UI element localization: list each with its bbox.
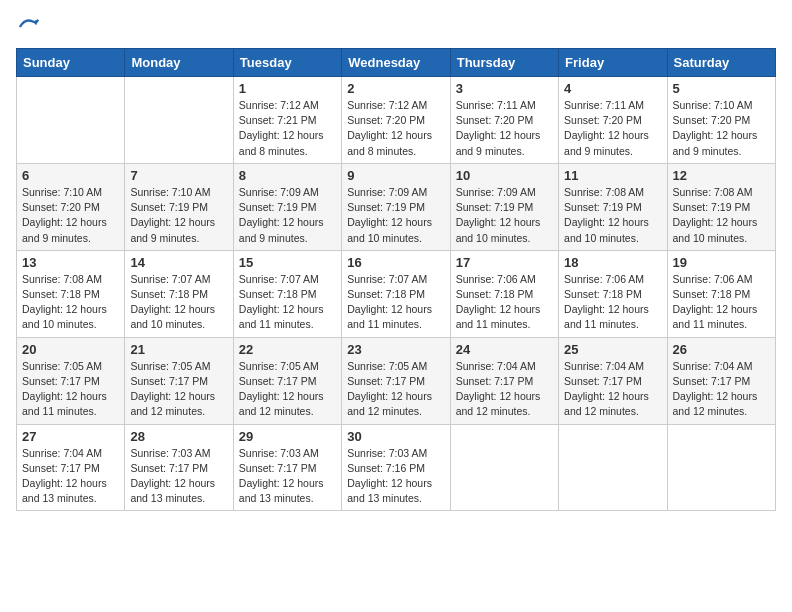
day-info: Sunrise: 7:11 AM Sunset: 7:20 PM Dayligh… — [564, 98, 661, 159]
calendar-cell: 19Sunrise: 7:06 AM Sunset: 7:18 PM Dayli… — [667, 250, 775, 337]
day-number: 21 — [130, 342, 227, 357]
week-row-3: 13Sunrise: 7:08 AM Sunset: 7:18 PM Dayli… — [17, 250, 776, 337]
col-header-sunday: Sunday — [17, 49, 125, 77]
day-number: 28 — [130, 429, 227, 444]
calendar-cell: 13Sunrise: 7:08 AM Sunset: 7:18 PM Dayli… — [17, 250, 125, 337]
logo — [16, 16, 40, 38]
day-info: Sunrise: 7:06 AM Sunset: 7:18 PM Dayligh… — [564, 272, 661, 333]
calendar-cell: 29Sunrise: 7:03 AM Sunset: 7:17 PM Dayli… — [233, 424, 341, 511]
calendar-cell: 16Sunrise: 7:07 AM Sunset: 7:18 PM Dayli… — [342, 250, 450, 337]
day-info: Sunrise: 7:11 AM Sunset: 7:20 PM Dayligh… — [456, 98, 553, 159]
day-info: Sunrise: 7:05 AM Sunset: 7:17 PM Dayligh… — [347, 359, 444, 420]
day-info: Sunrise: 7:09 AM Sunset: 7:19 PM Dayligh… — [239, 185, 336, 246]
day-number: 17 — [456, 255, 553, 270]
calendar-table: SundayMondayTuesdayWednesdayThursdayFrid… — [16, 48, 776, 511]
day-info: Sunrise: 7:05 AM Sunset: 7:17 PM Dayligh… — [22, 359, 119, 420]
day-info: Sunrise: 7:10 AM Sunset: 7:20 PM Dayligh… — [673, 98, 770, 159]
calendar-cell — [125, 77, 233, 164]
calendar-cell: 1Sunrise: 7:12 AM Sunset: 7:21 PM Daylig… — [233, 77, 341, 164]
col-header-thursday: Thursday — [450, 49, 558, 77]
calendar-cell: 2Sunrise: 7:12 AM Sunset: 7:20 PM Daylig… — [342, 77, 450, 164]
calendar-cell: 14Sunrise: 7:07 AM Sunset: 7:18 PM Dayli… — [125, 250, 233, 337]
day-number: 12 — [673, 168, 770, 183]
day-number: 2 — [347, 81, 444, 96]
week-row-1: 1Sunrise: 7:12 AM Sunset: 7:21 PM Daylig… — [17, 77, 776, 164]
calendar-cell: 22Sunrise: 7:05 AM Sunset: 7:17 PM Dayli… — [233, 337, 341, 424]
calendar-cell: 15Sunrise: 7:07 AM Sunset: 7:18 PM Dayli… — [233, 250, 341, 337]
col-header-monday: Monday — [125, 49, 233, 77]
calendar-cell: 26Sunrise: 7:04 AM Sunset: 7:17 PM Dayli… — [667, 337, 775, 424]
calendar-cell: 6Sunrise: 7:10 AM Sunset: 7:20 PM Daylig… — [17, 163, 125, 250]
day-info: Sunrise: 7:04 AM Sunset: 7:17 PM Dayligh… — [22, 446, 119, 507]
day-number: 19 — [673, 255, 770, 270]
calendar-cell: 24Sunrise: 7:04 AM Sunset: 7:17 PM Dayli… — [450, 337, 558, 424]
day-number: 7 — [130, 168, 227, 183]
day-info: Sunrise: 7:12 AM Sunset: 7:21 PM Dayligh… — [239, 98, 336, 159]
calendar-cell: 20Sunrise: 7:05 AM Sunset: 7:17 PM Dayli… — [17, 337, 125, 424]
day-number: 4 — [564, 81, 661, 96]
calendar-cell — [450, 424, 558, 511]
day-number: 29 — [239, 429, 336, 444]
calendar-cell: 28Sunrise: 7:03 AM Sunset: 7:17 PM Dayli… — [125, 424, 233, 511]
logo-icon — [18, 16, 40, 38]
day-number: 10 — [456, 168, 553, 183]
day-info: Sunrise: 7:06 AM Sunset: 7:18 PM Dayligh… — [673, 272, 770, 333]
page-header — [16, 16, 776, 38]
week-row-4: 20Sunrise: 7:05 AM Sunset: 7:17 PM Dayli… — [17, 337, 776, 424]
day-number: 11 — [564, 168, 661, 183]
calendar-cell — [667, 424, 775, 511]
col-header-saturday: Saturday — [667, 49, 775, 77]
day-number: 15 — [239, 255, 336, 270]
day-number: 13 — [22, 255, 119, 270]
day-info: Sunrise: 7:04 AM Sunset: 7:17 PM Dayligh… — [673, 359, 770, 420]
day-number: 14 — [130, 255, 227, 270]
day-info: Sunrise: 7:03 AM Sunset: 7:16 PM Dayligh… — [347, 446, 444, 507]
day-info: Sunrise: 7:09 AM Sunset: 7:19 PM Dayligh… — [456, 185, 553, 246]
day-info: Sunrise: 7:05 AM Sunset: 7:17 PM Dayligh… — [130, 359, 227, 420]
day-number: 8 — [239, 168, 336, 183]
day-number: 27 — [22, 429, 119, 444]
day-number: 18 — [564, 255, 661, 270]
day-info: Sunrise: 7:07 AM Sunset: 7:18 PM Dayligh… — [347, 272, 444, 333]
col-header-friday: Friday — [559, 49, 667, 77]
day-number: 9 — [347, 168, 444, 183]
calendar-cell — [559, 424, 667, 511]
header-row: SundayMondayTuesdayWednesdayThursdayFrid… — [17, 49, 776, 77]
calendar-cell: 23Sunrise: 7:05 AM Sunset: 7:17 PM Dayli… — [342, 337, 450, 424]
day-info: Sunrise: 7:10 AM Sunset: 7:20 PM Dayligh… — [22, 185, 119, 246]
day-info: Sunrise: 7:10 AM Sunset: 7:19 PM Dayligh… — [130, 185, 227, 246]
calendar-cell: 7Sunrise: 7:10 AM Sunset: 7:19 PM Daylig… — [125, 163, 233, 250]
day-info: Sunrise: 7:08 AM Sunset: 7:18 PM Dayligh… — [22, 272, 119, 333]
calendar-cell: 10Sunrise: 7:09 AM Sunset: 7:19 PM Dayli… — [450, 163, 558, 250]
calendar-cell: 30Sunrise: 7:03 AM Sunset: 7:16 PM Dayli… — [342, 424, 450, 511]
calendar-cell: 12Sunrise: 7:08 AM Sunset: 7:19 PM Dayli… — [667, 163, 775, 250]
calendar-cell: 18Sunrise: 7:06 AM Sunset: 7:18 PM Dayli… — [559, 250, 667, 337]
day-info: Sunrise: 7:07 AM Sunset: 7:18 PM Dayligh… — [239, 272, 336, 333]
day-info: Sunrise: 7:05 AM Sunset: 7:17 PM Dayligh… — [239, 359, 336, 420]
col-header-wednesday: Wednesday — [342, 49, 450, 77]
day-info: Sunrise: 7:08 AM Sunset: 7:19 PM Dayligh… — [564, 185, 661, 246]
calendar-cell: 3Sunrise: 7:11 AM Sunset: 7:20 PM Daylig… — [450, 77, 558, 164]
day-info: Sunrise: 7:03 AM Sunset: 7:17 PM Dayligh… — [239, 446, 336, 507]
day-number: 23 — [347, 342, 444, 357]
col-header-tuesday: Tuesday — [233, 49, 341, 77]
calendar-cell: 17Sunrise: 7:06 AM Sunset: 7:18 PM Dayli… — [450, 250, 558, 337]
day-info: Sunrise: 7:06 AM Sunset: 7:18 PM Dayligh… — [456, 272, 553, 333]
day-info: Sunrise: 7:04 AM Sunset: 7:17 PM Dayligh… — [456, 359, 553, 420]
day-number: 20 — [22, 342, 119, 357]
day-info: Sunrise: 7:07 AM Sunset: 7:18 PM Dayligh… — [130, 272, 227, 333]
calendar-cell: 8Sunrise: 7:09 AM Sunset: 7:19 PM Daylig… — [233, 163, 341, 250]
calendar-cell: 25Sunrise: 7:04 AM Sunset: 7:17 PM Dayli… — [559, 337, 667, 424]
day-info: Sunrise: 7:08 AM Sunset: 7:19 PM Dayligh… — [673, 185, 770, 246]
day-number: 22 — [239, 342, 336, 357]
calendar-cell: 27Sunrise: 7:04 AM Sunset: 7:17 PM Dayli… — [17, 424, 125, 511]
day-number: 25 — [564, 342, 661, 357]
day-number: 3 — [456, 81, 553, 96]
day-info: Sunrise: 7:03 AM Sunset: 7:17 PM Dayligh… — [130, 446, 227, 507]
day-number: 16 — [347, 255, 444, 270]
day-info: Sunrise: 7:09 AM Sunset: 7:19 PM Dayligh… — [347, 185, 444, 246]
day-number: 30 — [347, 429, 444, 444]
day-number: 6 — [22, 168, 119, 183]
day-number: 24 — [456, 342, 553, 357]
calendar-cell: 9Sunrise: 7:09 AM Sunset: 7:19 PM Daylig… — [342, 163, 450, 250]
